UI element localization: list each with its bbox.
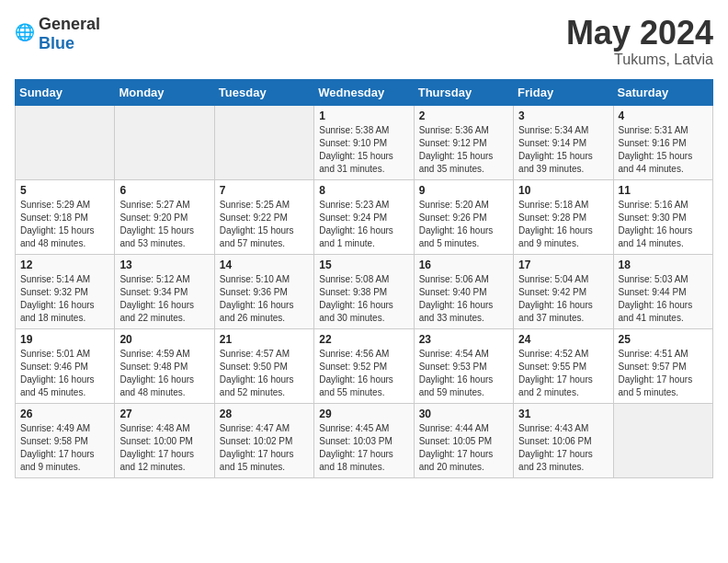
calendar-cell: 16Sunrise: 5:06 AMSunset: 9:40 PMDayligh…	[414, 254, 513, 328]
calendar-cell: 11Sunrise: 5:16 AMSunset: 9:30 PMDayligh…	[613, 179, 712, 254]
calendar-cell: 23Sunrise: 4:54 AMSunset: 9:53 PMDayligh…	[414, 328, 513, 403]
day-number: 5	[20, 184, 109, 197]
calendar-cell: 5Sunrise: 5:29 AMSunset: 9:18 PMDaylight…	[16, 179, 115, 254]
day-number: 26	[20, 408, 109, 420]
day-info: Sunrise: 5:01 AMSunset: 9:46 PMDaylight:…	[20, 348, 109, 399]
day-number: 14	[220, 259, 309, 271]
week-row-2: 5Sunrise: 5:29 AMSunset: 9:18 PMDaylight…	[16, 179, 713, 254]
day-info: Sunrise: 5:29 AMSunset: 9:18 PMDaylight:…	[20, 199, 109, 250]
calendar-cell	[214, 105, 313, 179]
day-number: 25	[619, 333, 708, 346]
calendar-cell: 1Sunrise: 5:38 AMSunset: 9:10 PMDaylight…	[314, 105, 414, 179]
day-number: 8	[319, 184, 408, 197]
title-block: May 2024 Tukums, Latvia	[566, 15, 713, 68]
day-info: Sunrise: 5:10 AMSunset: 9:36 PMDaylight:…	[220, 273, 309, 325]
location: Tukums, Latvia	[566, 52, 713, 68]
day-info: Sunrise: 4:45 AMSunset: 10:03 PMDaylight…	[319, 422, 408, 474]
calendar-cell: 3Sunrise: 5:34 AMSunset: 9:14 PMDaylight…	[514, 105, 613, 179]
day-info: Sunrise: 4:59 AMSunset: 9:48 PMDaylight:…	[119, 348, 209, 399]
day-info: Sunrise: 5:31 AMSunset: 9:16 PMDaylight:…	[619, 124, 708, 176]
calendar-cell: 15Sunrise: 5:08 AMSunset: 9:38 PMDayligh…	[314, 254, 414, 328]
day-header-thursday: Thursday	[414, 79, 513, 105]
day-info: Sunrise: 4:57 AMSunset: 9:50 PMDaylight:…	[220, 348, 309, 399]
logo: 🌐 General Blue	[15, 15, 100, 53]
svg-text:🌐: 🌐	[15, 23, 35, 42]
day-number: 3	[518, 109, 608, 122]
calendar-cell: 20Sunrise: 4:59 AMSunset: 9:48 PMDayligh…	[115, 328, 214, 403]
day-header-sunday: Sunday	[16, 79, 115, 105]
logo-text-general: General	[39, 15, 100, 33]
day-info: Sunrise: 5:08 AMSunset: 9:38 PMDaylight:…	[319, 273, 408, 325]
day-number: 15	[319, 259, 408, 271]
day-header-saturday: Saturday	[613, 79, 712, 105]
day-number: 27	[119, 408, 209, 420]
day-header-wednesday: Wednesday	[314, 79, 414, 105]
day-info: Sunrise: 5:12 AMSunset: 9:34 PMDaylight:…	[119, 273, 209, 325]
day-info: Sunrise: 4:43 AMSunset: 10:06 PMDaylight…	[518, 422, 608, 474]
day-info: Sunrise: 4:56 AMSunset: 9:52 PMDaylight:…	[319, 348, 408, 399]
calendar-cell: 14Sunrise: 5:10 AMSunset: 9:36 PMDayligh…	[214, 254, 313, 328]
calendar-cell: 27Sunrise: 4:48 AMSunset: 10:00 PMDaylig…	[115, 403, 214, 477]
day-header-tuesday: Tuesday	[214, 79, 313, 105]
day-number: 6	[119, 184, 209, 197]
calendar-cell	[613, 403, 712, 477]
day-number: 20	[119, 333, 209, 346]
day-info: Sunrise: 5:25 AMSunset: 9:22 PMDaylight:…	[220, 199, 309, 250]
day-number: 10	[518, 184, 608, 197]
calendar-cell	[115, 105, 214, 179]
day-info: Sunrise: 4:47 AMSunset: 10:02 PMDaylight…	[220, 422, 309, 474]
logo-text-blue: Blue	[39, 34, 74, 52]
calendar-cell: 30Sunrise: 4:44 AMSunset: 10:05 PMDaylig…	[414, 403, 513, 477]
calendar-cell	[16, 105, 115, 179]
day-number: 9	[419, 184, 508, 197]
day-number: 11	[619, 184, 708, 197]
week-row-4: 19Sunrise: 5:01 AMSunset: 9:46 PMDayligh…	[16, 328, 713, 403]
day-header-monday: Monday	[115, 79, 214, 105]
calendar-cell: 17Sunrise: 5:04 AMSunset: 9:42 PMDayligh…	[514, 254, 613, 328]
calendar-cell: 22Sunrise: 4:56 AMSunset: 9:52 PMDayligh…	[314, 328, 414, 403]
calendar-cell: 13Sunrise: 5:12 AMSunset: 9:34 PMDayligh…	[115, 254, 214, 328]
day-number: 12	[20, 259, 109, 271]
calendar-cell: 31Sunrise: 4:43 AMSunset: 10:06 PMDaylig…	[514, 403, 613, 477]
calendar-cell: 21Sunrise: 4:57 AMSunset: 9:50 PMDayligh…	[214, 328, 313, 403]
calendar-cell: 28Sunrise: 4:47 AMSunset: 10:02 PMDaylig…	[214, 403, 313, 477]
week-row-3: 12Sunrise: 5:14 AMSunset: 9:32 PMDayligh…	[16, 254, 713, 328]
header-row: SundayMondayTuesdayWednesdayThursdayFrid…	[16, 79, 713, 105]
day-info: Sunrise: 5:27 AMSunset: 9:20 PMDaylight:…	[119, 199, 209, 250]
calendar-cell: 7Sunrise: 5:25 AMSunset: 9:22 PMDaylight…	[214, 179, 313, 254]
day-number: 18	[619, 259, 708, 271]
day-info: Sunrise: 5:03 AMSunset: 9:44 PMDaylight:…	[619, 273, 708, 325]
day-number: 7	[220, 184, 309, 197]
day-info: Sunrise: 5:36 AMSunset: 9:12 PMDaylight:…	[419, 124, 508, 176]
day-info: Sunrise: 5:23 AMSunset: 9:24 PMDaylight:…	[319, 199, 408, 250]
calendar-cell: 2Sunrise: 5:36 AMSunset: 9:12 PMDaylight…	[414, 105, 513, 179]
calendar-cell: 26Sunrise: 4:49 AMSunset: 9:58 PMDayligh…	[16, 403, 115, 477]
day-number: 4	[619, 109, 708, 122]
logo-icon: 🌐	[15, 23, 37, 45]
day-info: Sunrise: 5:38 AMSunset: 9:10 PMDaylight:…	[319, 124, 408, 176]
day-info: Sunrise: 4:51 AMSunset: 9:57 PMDaylight:…	[619, 348, 708, 399]
day-header-friday: Friday	[514, 79, 613, 105]
day-number: 23	[419, 333, 508, 346]
calendar-cell: 24Sunrise: 4:52 AMSunset: 9:55 PMDayligh…	[514, 328, 613, 403]
week-row-5: 26Sunrise: 4:49 AMSunset: 9:58 PMDayligh…	[16, 403, 713, 477]
calendar-cell: 6Sunrise: 5:27 AMSunset: 9:20 PMDaylight…	[115, 179, 214, 254]
day-info: Sunrise: 4:52 AMSunset: 9:55 PMDaylight:…	[518, 348, 608, 399]
day-info: Sunrise: 5:18 AMSunset: 9:28 PMDaylight:…	[518, 199, 608, 250]
calendar-cell: 25Sunrise: 4:51 AMSunset: 9:57 PMDayligh…	[613, 328, 712, 403]
day-info: Sunrise: 4:48 AMSunset: 10:00 PMDaylight…	[119, 422, 209, 474]
calendar-cell: 4Sunrise: 5:31 AMSunset: 9:16 PMDaylight…	[613, 105, 712, 179]
calendar-cell: 8Sunrise: 5:23 AMSunset: 9:24 PMDaylight…	[314, 179, 414, 254]
page-header: 🌐 General Blue May 2024 Tukums, Latvia	[15, 15, 713, 68]
day-info: Sunrise: 5:20 AMSunset: 9:26 PMDaylight:…	[419, 199, 508, 250]
calendar-cell: 19Sunrise: 5:01 AMSunset: 9:46 PMDayligh…	[16, 328, 115, 403]
day-number: 24	[518, 333, 608, 346]
day-info: Sunrise: 5:16 AMSunset: 9:30 PMDaylight:…	[619, 199, 708, 250]
day-number: 30	[419, 408, 508, 420]
day-number: 29	[319, 408, 408, 420]
day-number: 21	[220, 333, 309, 346]
calendar-cell: 29Sunrise: 4:45 AMSunset: 10:03 PMDaylig…	[314, 403, 414, 477]
day-info: Sunrise: 4:54 AMSunset: 9:53 PMDaylight:…	[419, 348, 508, 399]
day-number: 28	[220, 408, 309, 420]
day-info: Sunrise: 5:34 AMSunset: 9:14 PMDaylight:…	[518, 124, 608, 176]
